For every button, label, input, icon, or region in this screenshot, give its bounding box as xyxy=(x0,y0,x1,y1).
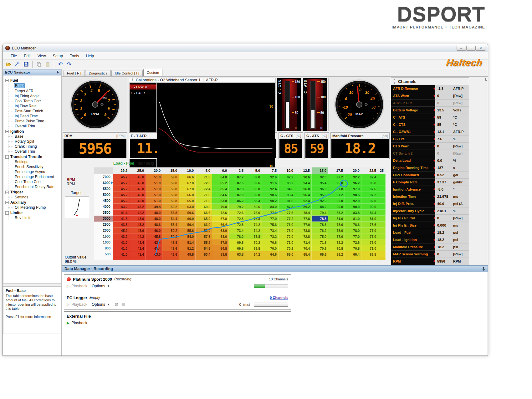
fuel-cell[interactable]: 92.0 xyxy=(361,198,378,204)
fuel-cell[interactable]: 94.6 xyxy=(279,186,295,192)
collapse-icon[interactable]: – xyxy=(5,211,9,215)
tree-item-prime-pulse-time[interactable]: Prime Pulse Time xyxy=(8,119,61,124)
fuel-cell[interactable] xyxy=(378,198,386,204)
fuel-cell[interactable]: 80.6 xyxy=(245,204,262,210)
row-header-7000[interactable]: 7000 xyxy=(94,174,113,180)
tree-item-base[interactable]: Base xyxy=(8,134,61,139)
fuel-cell[interactable]: 45.6 xyxy=(129,228,146,233)
fuel-cell[interactable]: 44.2 xyxy=(129,233,146,239)
fuel-cell[interactable]: 43.0 xyxy=(146,251,162,257)
fuel-cell[interactable]: 87.0 xyxy=(229,192,245,198)
fuel-cell[interactable]: 72.2 xyxy=(328,239,345,245)
fuel-cell[interactable]: 89.0 xyxy=(245,192,262,198)
fuel-cell[interactable]: 95.4 xyxy=(312,180,328,186)
fuel-cell[interactable]: 54.8 xyxy=(212,245,229,251)
fuel-cell[interactable]: 71.4 xyxy=(295,239,312,245)
row-header-500[interactable]: 500 xyxy=(94,251,113,257)
fuel-cell[interactable]: 66.4 xyxy=(345,251,361,257)
menu-edit[interactable]: Edit xyxy=(20,53,34,59)
fuel-cell[interactable]: 69.8 xyxy=(229,239,245,245)
fuel-cell[interactable]: 92.2 xyxy=(328,174,345,180)
tree-item-inj-firing-angle[interactable]: Inj Firing Angle xyxy=(8,94,61,99)
fuel-cell[interactable]: 84.4 xyxy=(361,210,378,216)
fuel-cell[interactable]: 70.8 xyxy=(345,245,361,251)
col-header-17.5[interactable]: 17.5 xyxy=(328,167,345,174)
channel-row-c-cts[interactable]: C - CTS xyxy=(391,121,435,128)
playback-icon[interactable]: ▷ xyxy=(67,284,69,288)
connect-ecu-button[interactable] xyxy=(13,61,21,68)
tree-parent-ignition[interactable]: –Ignition xyxy=(5,129,61,134)
fuel-cell[interactable]: 96.0 xyxy=(312,186,328,192)
fuel-cell[interactable]: 59.8 xyxy=(162,174,179,180)
row-header-4500[interactable]: 4500 xyxy=(94,198,113,204)
fuel-cell[interactable]: 78.6 xyxy=(328,222,345,228)
options-dropdown[interactable]: Options xyxy=(92,302,105,307)
fuel-cell[interactable]: 53.8 xyxy=(212,251,229,257)
fuel-cell[interactable]: 97.2 xyxy=(328,192,345,198)
fuel-cell[interactable] xyxy=(378,228,386,233)
drag-handle-icon[interactable] xyxy=(132,78,133,82)
tree-item-rotary-split[interactable]: Rotary Split xyxy=(8,139,61,144)
fuel-cell[interactable]: 45.2 xyxy=(129,222,146,228)
fuel-cell[interactable]: 41.4 xyxy=(113,210,129,216)
tree-parent-transient-throttle[interactable]: –Transient Throttle xyxy=(5,154,61,159)
fuel-cell[interactable]: 90.0 xyxy=(245,186,262,192)
menu-tools[interactable]: Tools xyxy=(66,53,82,59)
fuel-cell[interactable]: 90.0 xyxy=(361,204,378,210)
legend-c-o2wb1[interactable]: C - O2WB1 xyxy=(130,84,156,90)
fuel-cell[interactable]: 51.0 xyxy=(146,174,162,180)
fuel-cell[interactable]: 72.8 xyxy=(229,222,245,228)
fuel-cell[interactable]: 54.4 xyxy=(162,216,179,222)
fuel-cell[interactable]: 51.4 xyxy=(179,239,196,245)
channel-row-ignition-advance[interactable]: Ignition Advance xyxy=(391,186,435,193)
pin-icon[interactable] xyxy=(484,78,487,82)
fuel-cell[interactable]: 77.6 xyxy=(279,210,295,216)
tree-item-percentage-enrichment[interactable]: Percentage Enrichment xyxy=(8,174,61,179)
fuel-cell[interactable]: 59.4 xyxy=(179,222,196,228)
fuel-cell[interactable]: 72.6 xyxy=(212,210,229,216)
fuel-cell[interactable]: 77.0 xyxy=(262,210,279,216)
fuel-cell[interactable]: 77.0 xyxy=(345,233,361,239)
fuel-cell[interactable]: 77.8 xyxy=(295,216,312,222)
col-header-15.0[interactable]: 15.0 xyxy=(312,167,328,174)
fuel-cell[interactable]: 92.4 xyxy=(361,174,378,180)
tree-item-overall-trim[interactable]: Overall Trim xyxy=(8,149,61,154)
fuel-cell[interactable]: 50.2 xyxy=(162,228,179,233)
tree-item-rev-limit[interactable]: Rev Limit xyxy=(8,215,61,220)
tree-item-target-afr[interactable]: Target AFR xyxy=(8,89,61,94)
fuel-cell[interactable]: 51.0 xyxy=(146,180,162,186)
fuel-cell[interactable]: 64.6 xyxy=(262,251,279,257)
fuel-cell[interactable]: 57.8 xyxy=(212,239,229,245)
tree-item-percentage-async[interactable]: Percentage Async xyxy=(8,169,61,174)
fuel-cell[interactable]: 45.2 xyxy=(113,180,129,186)
redo-button[interactable]: ↷ xyxy=(65,61,73,68)
fuel-cell[interactable] xyxy=(378,180,386,186)
fuel-cell[interactable]: 76.0 xyxy=(229,233,245,239)
fuel-cell[interactable]: 77.0 xyxy=(295,222,312,228)
fuel-cell[interactable] xyxy=(378,192,386,198)
channel-row-manifold-pressure[interactable]: Manifold Pressure xyxy=(391,243,435,251)
fuel-cell[interactable]: 90.6 xyxy=(262,192,279,198)
fuel-cell[interactable]: 90.0 xyxy=(345,204,361,210)
fuel-cell[interactable]: 90.6 xyxy=(295,174,312,180)
fuel-cell[interactable]: 77.0 xyxy=(262,216,279,222)
collapse-icon[interactable]: – xyxy=(5,155,9,159)
fuel-cell[interactable]: 88.2 xyxy=(312,204,328,210)
fuel-cell[interactable]: 43.4 xyxy=(146,239,162,245)
options-dropdown[interactable]: Options xyxy=(92,284,105,288)
fuel-cell[interactable]: 65.4 xyxy=(295,251,312,257)
record-button[interactable] xyxy=(115,303,118,306)
fuel-cell[interactable]: 70.2 xyxy=(245,239,262,245)
fuel-cell[interactable] xyxy=(378,216,386,222)
fuel-cell[interactable]: 53.8 xyxy=(162,210,179,216)
row-header-2500[interactable]: 2500 xyxy=(94,222,113,228)
fuel-cell[interactable]: 92.0 xyxy=(328,198,345,204)
fuel-cell[interactable]: 73.8 xyxy=(295,228,312,233)
fuel-cell[interactable]: 96.2 xyxy=(345,180,361,186)
fuel-cell[interactable]: 92.6 xyxy=(262,174,279,180)
fuel-cell[interactable]: 48.6 xyxy=(146,222,162,228)
channel-row-load-fuel[interactable]: Load - Fuel xyxy=(391,229,435,236)
fuel-cell[interactable]: 92.4 xyxy=(295,198,312,204)
fuel-cell[interactable]: 78.0 xyxy=(328,228,345,233)
fuel-cell[interactable]: 69.8 xyxy=(245,245,262,251)
